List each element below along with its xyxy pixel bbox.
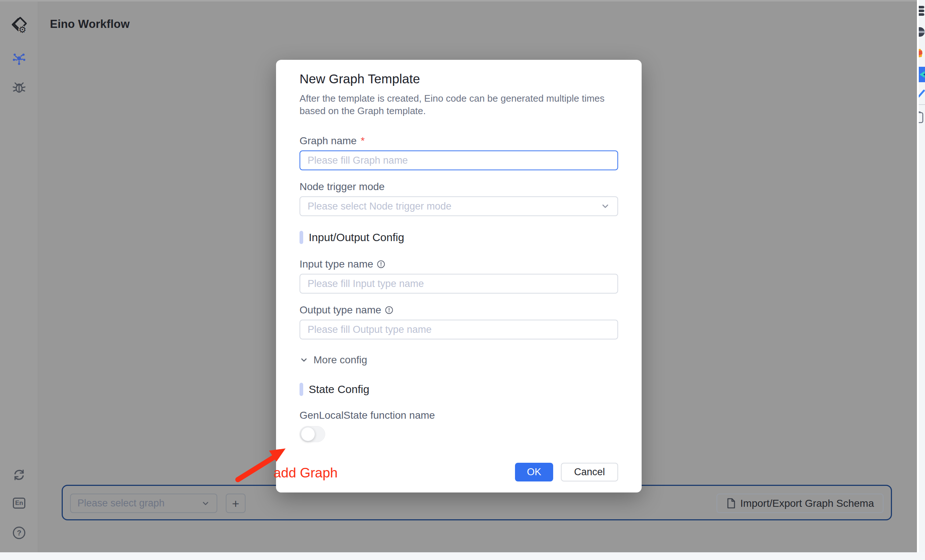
import-export-schema-label: Import/Export Graph Schema [740, 498, 874, 509]
refresh-icon[interactable] [0, 468, 38, 482]
node-trigger-mode-label: Node trigger mode [300, 181, 618, 193]
section-marker [300, 383, 303, 396]
help-badge-label: ? [13, 527, 25, 539]
add-graph-button[interactable]: + [226, 494, 246, 513]
output-type-name-input[interactable] [300, 320, 618, 339]
input-type-name-label: Input type name [300, 258, 618, 271]
graph-name-label: Graph name* [300, 135, 618, 147]
debug-bug-icon[interactable] [0, 79, 38, 95]
section-marker [300, 231, 303, 244]
gen-local-state-toggle[interactable] [300, 426, 325, 442]
check-icon[interactable] [917, 89, 925, 100]
state-config-section-header: State Config [300, 383, 618, 396]
info-icon[interactable] [377, 260, 386, 269]
eino-logo-icon[interactable]: ⚙ [0, 15, 38, 35]
clipboard-icon[interactable] [917, 111, 924, 125]
gen-local-state-label: GenLocalState function name [300, 409, 618, 422]
graph-select-dropdown[interactable]: Please select graph [70, 494, 217, 513]
chevron-down-icon [201, 499, 210, 508]
io-config-section-header: Input/Output Config [300, 231, 618, 244]
stack-icon[interactable] [917, 5, 925, 18]
help-icon[interactable]: ? [0, 526, 38, 539]
screen: ⚙ [0, 0, 925, 560]
workflow-graph-icon[interactable] [0, 50, 38, 66]
info-icon[interactable] [385, 306, 393, 315]
svg-text:⚙: ⚙ [18, 25, 26, 35]
file-icon [726, 498, 736, 509]
more-config-expander[interactable]: More config [300, 354, 618, 366]
sidebar: ⚙ [0, 2, 38, 552]
cancel-button[interactable]: Cancel [561, 463, 618, 482]
chevron-down-icon [300, 355, 308, 364]
node-trigger-mode-select[interactable]: Please select Node trigger mode [300, 196, 618, 216]
more-config-label: More config [313, 354, 367, 366]
ok-button[interactable]: OK [515, 463, 553, 482]
window-bottom-strip [0, 552, 925, 560]
chevron-down-icon [601, 202, 610, 211]
language-icon[interactable]: En [0, 497, 38, 509]
dark-globe-icon[interactable] [917, 26, 925, 39]
language-badge-label: En [13, 498, 25, 509]
dialog-title: New Graph Template [300, 71, 618, 87]
state-config-section-title: State Config [309, 383, 369, 396]
divider [919, 104, 925, 105]
import-export-schema-button[interactable]: Import/Export Graph Schema [717, 494, 884, 513]
io-config-section-title: Input/Output Config [309, 231, 404, 244]
output-type-name-label: Output type name [300, 304, 618, 316]
input-type-name-input[interactable] [300, 274, 618, 294]
annotation-label: add Graph [273, 465, 338, 481]
new-graph-template-dialog: New Graph Template After the template is… [276, 60, 642, 492]
dialog-form: Graph name* Node trigger mode Please sel… [300, 135, 618, 482]
node-trigger-mode-placeholder: Please select Node trigger mode [307, 201, 601, 212]
orange-app-icon[interactable] [917, 48, 925, 60]
graph-name-input[interactable] [300, 151, 618, 170]
graph-select-placeholder: Please select graph [77, 498, 201, 509]
required-asterisk: * [361, 135, 365, 147]
browser-side-strip [917, 0, 925, 552]
dialog-description: After the template is created, Eino code… [300, 92, 618, 117]
dialog-footer: OK Cancel [300, 463, 618, 482]
blue-app-icon[interactable] [917, 67, 925, 84]
app-title: Eino Workflow [50, 18, 130, 31]
toggle-knob [301, 427, 315, 441]
